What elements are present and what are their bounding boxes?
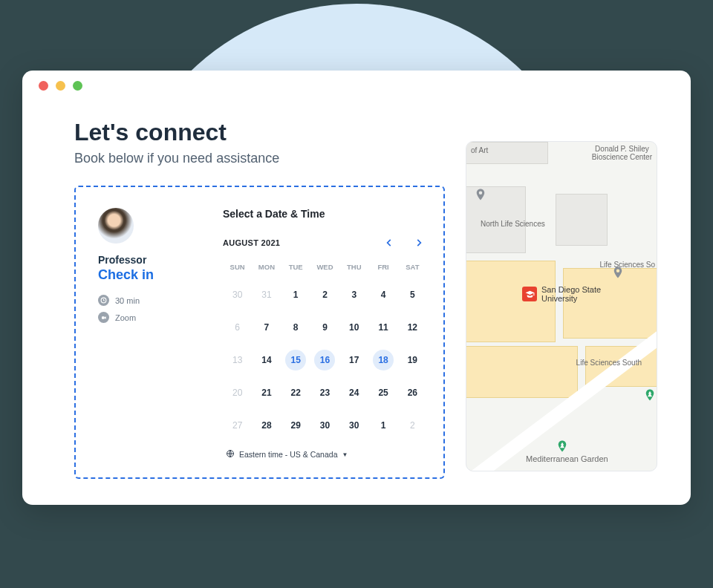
tree-pin-icon — [556, 438, 569, 454]
caret-down-icon: ▼ — [342, 451, 348, 458]
app-window: Let's connect Book below if you need ass… — [22, 71, 691, 505]
clock-icon — [98, 295, 109, 306]
calendar-day: 13 — [223, 344, 252, 376]
graduation-cap-icon — [522, 287, 537, 301]
calendar-day[interactable]: 10 — [339, 311, 368, 344]
calendar-day[interactable]: 2 — [310, 278, 339, 311]
tree-pin-icon — [643, 387, 657, 403]
booking-host-info: Professor Check in 30 min Zoom — [98, 208, 209, 460]
globe-icon — [226, 449, 235, 460]
calendar-day[interactable]: 14 — [252, 344, 281, 376]
calendar-day[interactable]: 19 — [398, 344, 427, 376]
map-label: Life Sciences South — [576, 359, 642, 367]
window-zoom-dot[interactable] — [73, 81, 82, 91]
map-building — [556, 194, 608, 246]
calendar-day[interactable]: 7 — [252, 311, 281, 344]
calendar-grid: SUNMONTUEWEDTHUFRISAT3031123456789101112… — [223, 258, 427, 442]
calendar-dow: THU — [339, 258, 368, 278]
map-label: Donald P. Shiley Bioscience Center — [592, 145, 652, 161]
location-line: Zoom — [98, 312, 209, 323]
calendar-day[interactable]: 9 — [310, 311, 339, 344]
calendar-day[interactable]: 16 — [310, 344, 339, 376]
video-icon — [98, 312, 109, 323]
map-panel[interactable]: of Art Donald P. Shiley Bioscience Cente… — [466, 141, 657, 471]
calendar-dow: TUE — [281, 258, 310, 278]
map-label: Life Sciences So — [600, 261, 656, 269]
timezone-value: Eastern time - US & Canada — [239, 450, 337, 459]
calendar-day[interactable]: 28 — [252, 409, 281, 442]
calendar-title: Select a Date & Time — [223, 208, 427, 220]
calendar-day: 27 — [223, 409, 252, 442]
university-marker[interactable]: San Diego State University — [522, 285, 601, 303]
calendar-dow: SUN — [223, 258, 252, 278]
calendar-day[interactable]: 5 — [398, 278, 427, 311]
calendar-day: 31 — [252, 278, 281, 311]
map-pin-icon — [611, 264, 625, 281]
calendar-dow: WED — [310, 258, 339, 278]
map-label: of Art — [471, 146, 488, 154]
calendar-day: 2 — [398, 409, 427, 442]
calendar-day[interactable]: 29 — [281, 409, 310, 442]
calendar-next-button[interactable] — [411, 235, 427, 251]
calendar-dow: MON — [252, 258, 281, 278]
host-role: Professor — [98, 254, 209, 266]
host-avatar — [98, 208, 134, 244]
calendar-day[interactable]: 30 — [310, 409, 339, 442]
calendar-prev-button[interactable] — [381, 235, 397, 251]
map-building — [466, 346, 578, 398]
calendar-dow: SAT — [398, 258, 427, 278]
university-label: San Diego State University — [541, 285, 601, 303]
calendar-day[interactable]: 25 — [368, 376, 397, 409]
map-pin-icon — [474, 186, 487, 203]
timezone-selector[interactable]: Eastern time - US & Canada ▼ — [223, 449, 427, 460]
calendar: Select a Date & Time AUGUST 2021 SUN — [223, 208, 427, 460]
calendar-day[interactable]: 12 — [398, 311, 427, 344]
map-label: Mediterranean Garden — [526, 454, 608, 463]
calendar-day[interactable]: 26 — [398, 376, 427, 409]
window-close-dot[interactable] — [39, 81, 48, 91]
calendar-day[interactable]: 17 — [339, 344, 368, 376]
calendar-day[interactable]: 8 — [281, 311, 310, 344]
calendar-day[interactable]: 23 — [310, 376, 339, 409]
calendar-day: 30 — [223, 278, 252, 311]
svg-rect-1 — [102, 316, 105, 318]
calendar-dow: FRI — [368, 258, 397, 278]
calendar-day[interactable]: 1 — [368, 409, 397, 442]
duration-line: 30 min — [98, 295, 209, 306]
calendar-day[interactable]: 15 — [281, 344, 310, 376]
calendar-day[interactable]: 3 — [339, 278, 368, 311]
calendar-day[interactable]: 30 — [339, 409, 368, 442]
calendar-day[interactable]: 24 — [339, 376, 368, 409]
calendar-day[interactable]: 11 — [368, 311, 397, 344]
calendar-day[interactable]: 4 — [368, 278, 397, 311]
calendar-day[interactable]: 22 — [281, 376, 310, 409]
calendar-day[interactable]: 1 — [281, 278, 310, 311]
booking-card: Professor Check in 30 min Zoom — [74, 186, 445, 479]
calendar-day[interactable]: 21 — [252, 376, 281, 409]
map-label: North Life Sciences — [481, 220, 545, 228]
duration-value: 30 min — [115, 296, 140, 305]
calendar-day[interactable]: 18 — [368, 344, 397, 376]
event-name: Check in — [98, 267, 209, 283]
calendar-month: AUGUST 2021 — [223, 238, 280, 247]
calendar-day: 20 — [223, 376, 252, 409]
calendar-day: 6 — [223, 311, 252, 344]
window-titlebar — [22, 71, 691, 100]
map-building — [563, 268, 657, 339]
location-value: Zoom — [115, 313, 136, 322]
window-minimize-dot[interactable] — [56, 81, 65, 91]
